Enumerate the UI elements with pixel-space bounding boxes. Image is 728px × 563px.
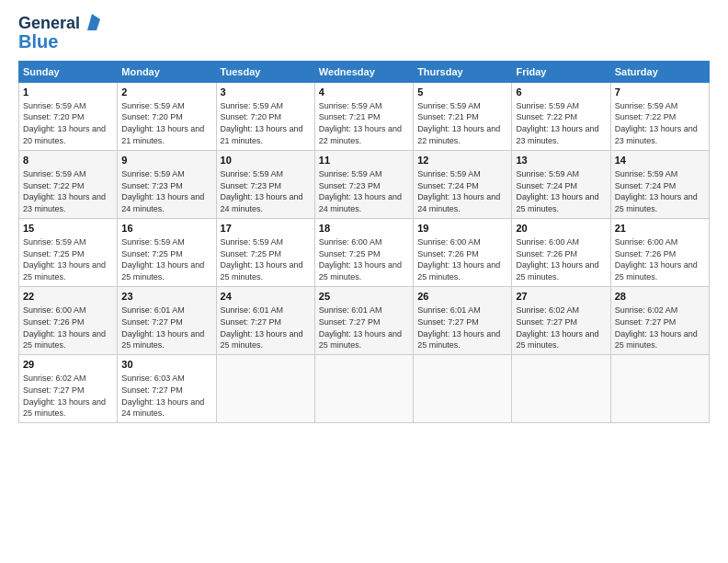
header-saturday: Saturday bbox=[610, 61, 709, 82]
table-cell: 21Sunrise: 6:00 AMSunset: 7:26 PMDayligh… bbox=[610, 218, 709, 286]
day-info: Sunrise: 6:03 AMSunset: 7:27 PMDaylight:… bbox=[121, 373, 204, 418]
day-number: 18 bbox=[319, 222, 409, 236]
table-cell: 25Sunrise: 6:01 AMSunset: 7:27 PMDayligh… bbox=[314, 287, 413, 355]
day-number: 30 bbox=[121, 358, 211, 372]
day-number: 14 bbox=[615, 154, 705, 167]
header-wednesday: Wednesday bbox=[314, 61, 413, 82]
table-cell: 11Sunrise: 5:59 AMSunset: 7:23 PMDayligh… bbox=[314, 150, 413, 218]
day-info: Sunrise: 5:59 AMSunset: 7:23 PMDaylight:… bbox=[319, 169, 402, 213]
logo: General Blue bbox=[18, 15, 102, 52]
day-info: Sunrise: 5:59 AMSunset: 7:24 PMDaylight:… bbox=[417, 169, 500, 213]
table-cell: 23Sunrise: 6:01 AMSunset: 7:27 PMDayligh… bbox=[118, 287, 216, 355]
day-number: 5 bbox=[417, 86, 507, 99]
table-cell: 2Sunrise: 5:59 AMSunset: 7:20 PMDaylight… bbox=[118, 82, 216, 150]
day-number: 4 bbox=[319, 86, 409, 99]
table-cell: 29Sunrise: 6:02 AMSunset: 7:27 PMDayligh… bbox=[19, 355, 118, 423]
day-info: Sunrise: 6:00 AMSunset: 7:25 PMDaylight:… bbox=[319, 237, 402, 282]
day-number: 19 bbox=[417, 222, 507, 236]
table-cell: 15Sunrise: 5:59 AMSunset: 7:25 PMDayligh… bbox=[19, 218, 118, 286]
day-number: 9 bbox=[121, 154, 211, 167]
day-info: Sunrise: 6:02 AMSunset: 7:27 PMDaylight:… bbox=[23, 373, 106, 418]
day-number: 11 bbox=[319, 154, 409, 167]
table-cell: 10Sunrise: 5:59 AMSunset: 7:23 PMDayligh… bbox=[216, 150, 314, 218]
day-info: Sunrise: 5:59 AMSunset: 7:21 PMDaylight:… bbox=[319, 101, 402, 145]
day-number: 13 bbox=[516, 154, 606, 167]
header-monday: Monday bbox=[118, 61, 216, 82]
day-number: 20 bbox=[516, 222, 606, 236]
day-number: 26 bbox=[417, 290, 507, 304]
calendar-table: Sunday Monday Tuesday Wednesday Thursday… bbox=[18, 61, 710, 423]
day-number: 16 bbox=[121, 222, 211, 236]
day-number: 28 bbox=[615, 290, 705, 304]
table-cell: 3Sunrise: 5:59 AMSunset: 7:20 PMDaylight… bbox=[216, 82, 314, 150]
day-info: Sunrise: 6:02 AMSunset: 7:27 PMDaylight:… bbox=[615, 305, 698, 350]
day-number: 12 bbox=[417, 154, 507, 167]
svg-marker-0 bbox=[87, 14, 100, 30]
day-info: Sunrise: 5:59 AMSunset: 7:25 PMDaylight:… bbox=[23, 237, 106, 282]
table-cell: 12Sunrise: 5:59 AMSunset: 7:24 PMDayligh… bbox=[414, 150, 512, 218]
table-cell: 5Sunrise: 5:59 AMSunset: 7:21 PMDaylight… bbox=[414, 82, 512, 150]
table-cell: 6Sunrise: 5:59 AMSunset: 7:22 PMDaylight… bbox=[512, 82, 610, 150]
day-info: Sunrise: 6:00 AMSunset: 7:26 PMDaylight:… bbox=[23, 305, 106, 350]
table-cell bbox=[216, 355, 314, 423]
day-info: Sunrise: 5:59 AMSunset: 7:23 PMDaylight:… bbox=[121, 169, 204, 213]
logo-icon bbox=[82, 12, 102, 32]
table-cell: 24Sunrise: 6:01 AMSunset: 7:27 PMDayligh… bbox=[216, 287, 314, 355]
table-cell: 1Sunrise: 5:59 AMSunset: 7:20 PMDaylight… bbox=[19, 82, 118, 150]
day-info: Sunrise: 6:00 AMSunset: 7:26 PMDaylight:… bbox=[615, 237, 698, 282]
day-info: Sunrise: 5:59 AMSunset: 7:20 PMDaylight:… bbox=[23, 101, 106, 145]
day-number: 2 bbox=[121, 86, 211, 99]
day-number: 22 bbox=[23, 290, 113, 304]
day-info: Sunrise: 5:59 AMSunset: 7:20 PMDaylight:… bbox=[221, 101, 303, 145]
table-cell: 14Sunrise: 5:59 AMSunset: 7:24 PMDayligh… bbox=[610, 150, 709, 218]
day-info: Sunrise: 6:01 AMSunset: 7:27 PMDaylight:… bbox=[319, 305, 402, 350]
day-info: Sunrise: 5:59 AMSunset: 7:23 PMDaylight:… bbox=[221, 169, 303, 213]
day-info: Sunrise: 6:01 AMSunset: 7:27 PMDaylight:… bbox=[121, 305, 204, 350]
day-info: Sunrise: 5:59 AMSunset: 7:24 PMDaylight:… bbox=[615, 169, 698, 213]
header: General Blue bbox=[18, 15, 710, 52]
day-number: 10 bbox=[221, 154, 311, 167]
day-number: 23 bbox=[121, 290, 211, 304]
day-number: 15 bbox=[23, 222, 113, 236]
table-cell bbox=[414, 355, 512, 423]
day-info: Sunrise: 5:59 AMSunset: 7:25 PMDaylight:… bbox=[121, 237, 204, 282]
table-cell: 8Sunrise: 5:59 AMSunset: 7:22 PMDaylight… bbox=[19, 150, 118, 218]
day-number: 1 bbox=[23, 86, 113, 99]
header-tuesday: Tuesday bbox=[216, 61, 314, 82]
table-cell: 30Sunrise: 6:03 AMSunset: 7:27 PMDayligh… bbox=[118, 355, 216, 423]
day-info: Sunrise: 6:00 AMSunset: 7:26 PMDaylight:… bbox=[417, 237, 500, 282]
day-info: Sunrise: 5:59 AMSunset: 7:25 PMDaylight:… bbox=[221, 237, 303, 282]
day-info: Sunrise: 5:59 AMSunset: 7:22 PMDaylight:… bbox=[615, 101, 698, 145]
day-info: Sunrise: 5:59 AMSunset: 7:20 PMDaylight:… bbox=[121, 101, 204, 145]
table-cell: 17Sunrise: 5:59 AMSunset: 7:25 PMDayligh… bbox=[216, 218, 314, 286]
weekday-header-row: Sunday Monday Tuesday Wednesday Thursday… bbox=[19, 61, 710, 82]
day-info: Sunrise: 5:59 AMSunset: 7:21 PMDaylight:… bbox=[417, 101, 500, 145]
page: General Blue Sunday Monday Tuesday Wedne… bbox=[0, 0, 728, 563]
day-info: Sunrise: 6:01 AMSunset: 7:27 PMDaylight:… bbox=[417, 305, 500, 350]
header-sunday: Sunday bbox=[19, 61, 118, 82]
table-cell: 7Sunrise: 5:59 AMSunset: 7:22 PMDaylight… bbox=[610, 82, 709, 150]
table-cell: 28Sunrise: 6:02 AMSunset: 7:27 PMDayligh… bbox=[610, 287, 709, 355]
day-info: Sunrise: 6:00 AMSunset: 7:26 PMDaylight:… bbox=[516, 237, 598, 282]
table-cell: 18Sunrise: 6:00 AMSunset: 7:25 PMDayligh… bbox=[314, 218, 413, 286]
day-number: 29 bbox=[23, 358, 113, 372]
table-cell: 22Sunrise: 6:00 AMSunset: 7:26 PMDayligh… bbox=[19, 287, 118, 355]
day-info: Sunrise: 5:59 AMSunset: 7:22 PMDaylight:… bbox=[23, 169, 106, 213]
table-cell: 4Sunrise: 5:59 AMSunset: 7:21 PMDaylight… bbox=[314, 82, 413, 150]
day-number: 7 bbox=[615, 86, 705, 99]
table-cell bbox=[512, 355, 610, 423]
header-friday: Friday bbox=[512, 61, 610, 82]
table-cell bbox=[610, 355, 709, 423]
day-number: 27 bbox=[516, 290, 606, 304]
day-info: Sunrise: 6:02 AMSunset: 7:27 PMDaylight:… bbox=[516, 305, 598, 350]
table-cell: 27Sunrise: 6:02 AMSunset: 7:27 PMDayligh… bbox=[512, 287, 610, 355]
day-number: 3 bbox=[221, 86, 311, 99]
header-thursday: Thursday bbox=[414, 61, 512, 82]
day-number: 21 bbox=[615, 222, 705, 236]
table-cell: 9Sunrise: 5:59 AMSunset: 7:23 PMDaylight… bbox=[118, 150, 216, 218]
table-cell: 19Sunrise: 6:00 AMSunset: 7:26 PMDayligh… bbox=[414, 218, 512, 286]
logo-blue: Blue bbox=[18, 31, 58, 52]
table-cell: 13Sunrise: 5:59 AMSunset: 7:24 PMDayligh… bbox=[512, 150, 610, 218]
day-info: Sunrise: 5:59 AMSunset: 7:22 PMDaylight:… bbox=[516, 101, 598, 145]
table-cell: 16Sunrise: 5:59 AMSunset: 7:25 PMDayligh… bbox=[118, 218, 216, 286]
